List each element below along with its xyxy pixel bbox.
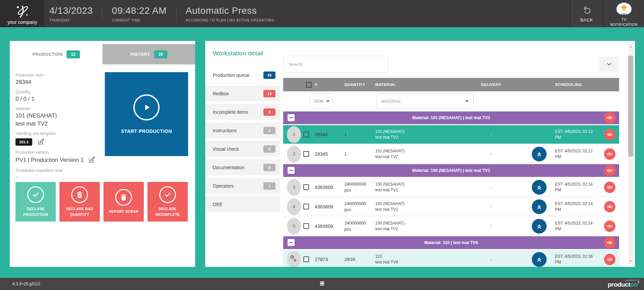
- row-material-name: test mat TV1: [375, 207, 459, 212]
- row-material-name: test mat TV2: [375, 135, 459, 140]
- row-delivery: -: [459, 132, 523, 137]
- menu-item-instructions[interactable]: Instructions2: [205, 123, 280, 138]
- menu-item-incomplete-items[interactable]: Incomplete items3: [205, 104, 280, 120]
- priority-up-button[interactable]: [532, 180, 547, 195]
- watch-group-button[interactable]: [604, 112, 615, 124]
- collapse-group-button[interactable]: [288, 239, 295, 246]
- menu-item-visual-check[interactable]: Visual check0: [205, 141, 280, 157]
- row-checkbox[interactable]: [303, 132, 309, 137]
- search-input[interactable]: [283, 56, 388, 72]
- edit-handling-unit-button[interactable]: [37, 138, 45, 146]
- menu-item-operators[interactable]: Operators1: [205, 178, 280, 194]
- tab-history-count: 20: [154, 50, 167, 58]
- workstation-name: Automatic Press: [186, 5, 274, 16]
- tab-production-count: 12: [67, 50, 80, 58]
- row-status-cell: ⚙⚙: [283, 251, 303, 267]
- menu-item-oee[interactable]: OEE: [205, 196, 280, 212]
- priority-up-button[interactable]: [532, 147, 547, 161]
- watch-row-button[interactable]: [604, 182, 615, 193]
- row-checkbox[interactable]: [303, 204, 309, 209]
- row-status-cell: 3: [283, 179, 303, 196]
- row-quantity-value: 1: [344, 151, 375, 157]
- watch-row-button[interactable]: [604, 129, 615, 140]
- queue-row[interactable]: 34383609240000000pcs100 (NESAHAT)test ma…: [283, 178, 619, 196]
- queue-group-header: Material: 100 (NESAHAT) | test mat TV1: [283, 164, 619, 177]
- menu-item-badge: 43: [263, 71, 275, 79]
- scroll-down-arrow[interactable]: ▼: [628, 258, 633, 264]
- row-material-code: 100 (NESAHAT): [375, 221, 459, 226]
- company-logo-icon: [14, 3, 31, 19]
- queue-row[interactable]: 54383609240000000pcs100 (NESAHAT)test ma…: [283, 217, 619, 235]
- production-version-value: PV1 | Production Version 1: [15, 157, 84, 163]
- row-quantity: 240000000pcs: [344, 181, 375, 193]
- trash-icon: [115, 189, 132, 206]
- watch-row-button[interactable]: [604, 221, 615, 232]
- row-material-name: test mat TV1: [375, 187, 459, 193]
- row-checkbox-cell: [303, 184, 315, 190]
- select-all-checkbox[interactable]: [306, 82, 312, 88]
- row-checkbox[interactable]: [303, 256, 309, 262]
- row-item-number: 27873: [315, 257, 344, 262]
- menu-item-documentation[interactable]: Documentation0: [205, 159, 280, 175]
- brand-name: productoo®: [608, 281, 639, 288]
- play-icon: [133, 94, 160, 120]
- watch-row-button[interactable]: [604, 201, 615, 212]
- row-quantity-value: 240000000: [344, 220, 375, 226]
- menu-item-label: Production queue: [213, 72, 263, 78]
- action-button-label: REPORT SCRAP: [109, 209, 138, 214]
- watch-group-button[interactable]: [604, 237, 615, 248]
- report-scrap-button[interactable]: REPORT SCRAP: [103, 182, 144, 222]
- priority-up-button[interactable]: [532, 252, 547, 267]
- watch-row-button[interactable]: [604, 148, 615, 160]
- apps-grid-button[interactable]: [318, 280, 326, 288]
- row-scheduling: EST: 4/5/2023, 02:12 PM: [555, 148, 600, 160]
- row-checkbox[interactable]: [303, 184, 309, 190]
- priority-up-button[interactable]: [532, 219, 547, 234]
- row-number-circle: 1: [287, 126, 301, 143]
- scroll-up-arrow[interactable]: ▲: [628, 44, 633, 50]
- production-tabs: PRODUCTION 12 HISTORY 20: [10, 44, 195, 64]
- queue-row[interactable]: 2283451101 (NESAHAT)test mat TV2-EST: 4/…: [283, 145, 619, 163]
- row-eye-cell: [600, 129, 619, 140]
- menu-item-redbox[interactable]: Redbox13: [205, 86, 280, 101]
- declare-production-button[interactable]: DECLARE PRODUCTION: [15, 182, 56, 222]
- material-filter-label: MATERIAL: [381, 99, 401, 104]
- row-checkbox[interactable]: [303, 223, 309, 229]
- row-number-circle: 5: [287, 218, 301, 235]
- vertical-scrollbar[interactable]: ▲ ▼: [628, 44, 633, 264]
- production-card: PRODUCTION 12 HISTORY 20 Production item…: [10, 41, 195, 267]
- row-checkbox-cell: [303, 204, 315, 209]
- quantity-value: 0 / 0 / 1: [15, 96, 103, 102]
- material-filter-dropdown[interactable]: MATERIAL: [376, 94, 474, 109]
- collapse-group-button[interactable]: [288, 114, 295, 121]
- minus-icon: [290, 170, 293, 171]
- watch-row-button[interactable]: [604, 254, 615, 265]
- header-workstation: Automatic Press ACCORDING TO PLAN | NO A…: [176, 0, 284, 27]
- column-header-item: #: [315, 83, 344, 87]
- workstation-detail-title: Workstation detail: [213, 50, 280, 57]
- scrollbar-thumb[interactable]: [628, 56, 633, 156]
- queue-row[interactable]: 1283441101 (NESAHAT)test mat TV2-EST: 4/…: [283, 125, 619, 144]
- queue-row[interactable]: ⚙⚙2787328/28110test mat TV6-EST: 4/5/202…: [283, 250, 619, 267]
- time-value: 09:48:22 AM: [112, 5, 167, 16]
- collapse-all-button[interactable]: [599, 57, 619, 71]
- row-material-code: 100 (NESAHAT): [375, 201, 459, 207]
- collapse-group-button[interactable]: [288, 167, 295, 174]
- row-checkbox[interactable]: [303, 151, 309, 157]
- priority-up-button[interactable]: [532, 199, 547, 214]
- item-filter-dropdown[interactable]: ITEM: [310, 94, 333, 109]
- tab-production[interactable]: PRODUCTION 12: [10, 44, 102, 64]
- queue-row[interactable]: 44383609240000000pcs100 (NESAHAT)test ma…: [283, 197, 619, 216]
- watch-group-button[interactable]: [604, 165, 615, 176]
- date-label: THURSDAY: [49, 18, 93, 22]
- tab-history[interactable]: HISTORY 20: [102, 44, 195, 64]
- row-delivery: -: [459, 185, 523, 190]
- start-production-button[interactable]: START PRODUCTION: [105, 72, 188, 156]
- tv-notification-button[interactable]: TV NOTIFICATION: [603, 0, 644, 27]
- declare-bad-quantity-button[interactable]: DECLARE BAD QUANTITY: [59, 182, 100, 222]
- edit-production-version-button[interactable]: [88, 156, 96, 164]
- back-button[interactable]: BACK: [570, 0, 603, 27]
- row-item-number: 4383609: [315, 204, 344, 209]
- menu-item-production-queue[interactable]: Production queue43: [205, 67, 280, 83]
- declare-incomplete-button[interactable]: DECLARE INCOMPLETE: [147, 182, 188, 222]
